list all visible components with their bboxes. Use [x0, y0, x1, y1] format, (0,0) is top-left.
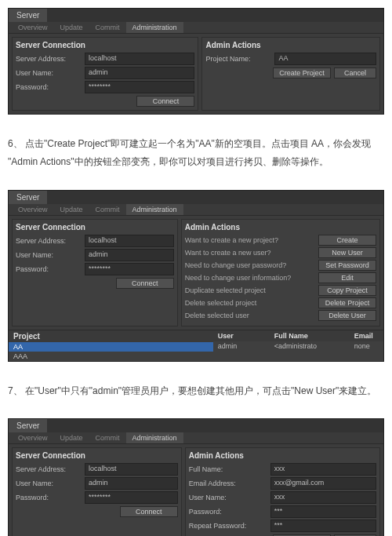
subtab-admin[interactable]: Administration	[126, 22, 183, 33]
username-label: User Name:	[16, 479, 82, 487]
action-label: Want to create a new project?	[185, 236, 315, 244]
subtab-commit[interactable]: Commit	[89, 22, 126, 33]
user-col-email: Email	[350, 330, 383, 341]
password-input[interactable]: ********	[85, 491, 178, 504]
password-input[interactable]: ********	[85, 263, 174, 275]
project-item-aa[interactable]: AA	[9, 342, 213, 352]
subtab-admin[interactable]: Administration	[126, 432, 183, 443]
user-row[interactable]: admin <administrato none	[213, 341, 383, 351]
new-user-button[interactable]: New User	[318, 247, 376, 258]
email-label: Email Address:	[189, 479, 267, 487]
newpass-label: Password:	[189, 508, 267, 516]
delete-project-button[interactable]: Delete Project	[318, 297, 376, 308]
action-label: Need to change user password?	[185, 261, 315, 269]
cancel-button[interactable]: Cancel	[334, 67, 376, 78]
newuser-input[interactable]: xxx	[270, 491, 376, 504]
create-project-button[interactable]: Create Project	[273, 67, 331, 78]
action-label: Delete selected project	[185, 299, 315, 307]
user-col-user: User	[213, 330, 270, 341]
document-text-6: 6、 点击"Create Project"即可建立起一个名为"AA"新的空项目。…	[8, 135, 384, 171]
repeatpass-input[interactable]: ***	[270, 520, 376, 532]
subtab-row: Overview Update Commit Administration	[9, 22, 383, 34]
server-connection-title: Server Connection	[16, 451, 178, 460]
newpass-input[interactable]: ***	[270, 505, 376, 518]
user-cell-user: admin	[213, 341, 270, 351]
action-label: Want to create a new user?	[185, 249, 315, 257]
delete-user-button[interactable]: Delete User	[318, 310, 376, 321]
subtab-update[interactable]: Update	[54, 204, 89, 215]
tab-row: Server	[9, 9, 383, 22]
admin-actions-title: Admin Actions	[205, 41, 376, 49]
user-cell-fullname: <administrato	[270, 341, 350, 351]
password-label: Password:	[16, 494, 82, 501]
user-cell-email: none	[350, 341, 383, 351]
address-label: Server Address:	[16, 55, 82, 63]
admin-actions-title: Admin Actions	[185, 223, 376, 232]
subtab-overview[interactable]: Overview	[12, 204, 54, 215]
fullname-label: Full Name:	[189, 465, 267, 473]
admin-actions-title: Admin Actions	[189, 451, 376, 460]
subtab-update[interactable]: Update	[54, 432, 89, 443]
username-label: User Name:	[16, 251, 82, 259]
action-label: Need to change user information?	[185, 274, 315, 282]
server-panel-3: Server Overview Update Commit Administra…	[8, 418, 384, 536]
server-connection-group: Server Connection Server Address:localho…	[12, 219, 178, 326]
document-text-7: 7、 在"User"中只有"admin"管理员用户，要想创建其他用户，可点击"N…	[8, 382, 384, 400]
subtab-overview[interactable]: Overview	[12, 432, 54, 443]
subtab-admin[interactable]: Administration	[126, 204, 183, 215]
fullname-input[interactable]: xxx	[270, 463, 376, 476]
tab-server[interactable]: Server	[9, 419, 47, 432]
set-password-button[interactable]: Set Password	[318, 260, 376, 271]
admin-actions-group: Admin Actions Full Name:xxx Email Addres…	[185, 447, 380, 536]
address-label: Server Address:	[16, 465, 82, 473]
server-connection-group: Server Connection Server Address:localho…	[12, 447, 182, 536]
action-label: Duplicate selected project	[185, 286, 315, 294]
server-connection-title: Server Connection	[16, 223, 174, 232]
address-input[interactable]: localhost	[85, 235, 174, 247]
address-label: Server Address:	[16, 237, 82, 245]
project-header: Project	[9, 330, 213, 342]
tab-server[interactable]: Server	[9, 9, 47, 22]
admin-actions-group: Admin Actions Project Name:AA Create Pro…	[201, 37, 380, 111]
edit-button[interactable]: Edit	[318, 272, 376, 283]
project-user-section: Project AA AAA User Full Name Email admi…	[9, 330, 383, 361]
address-input[interactable]: localhost	[85, 463, 178, 476]
subtab-overview[interactable]: Overview	[12, 22, 54, 33]
password-label: Password:	[16, 83, 82, 91]
username-label: User Name:	[16, 69, 82, 77]
user-table: User Full Name Email admin <administrato…	[213, 330, 383, 361]
address-input[interactable]: localhost	[85, 53, 194, 65]
password-input[interactable]: ********	[85, 81, 194, 93]
user-col-fullname: Full Name	[270, 330, 350, 341]
admin-actions-group: Admin Actions Want to create a new proje…	[181, 219, 380, 326]
password-label: Password:	[16, 265, 82, 273]
connect-button[interactable]: Connect	[120, 506, 178, 517]
username-input[interactable]: admin	[85, 67, 194, 79]
create-button[interactable]: Create	[318, 235, 376, 246]
server-connection-group: Server Connection Server Address:localho…	[12, 37, 198, 111]
newuser-label: User Name:	[189, 494, 267, 501]
repeatpass-label: Repeat Password:	[189, 522, 267, 530]
action-label: Delete selected user	[185, 312, 315, 319]
server-panel-2: Server Overview Update Commit Administra…	[8, 190, 384, 362]
project-name-input[interactable]: AA	[274, 53, 376, 65]
username-input[interactable]: admin	[85, 249, 174, 261]
connect-button[interactable]: Connect	[136, 96, 194, 107]
subtab-update[interactable]: Update	[54, 22, 89, 33]
connect-button[interactable]: Connect	[116, 278, 174, 289]
copy-project-button[interactable]: Copy Project	[318, 285, 376, 296]
username-input[interactable]: admin	[85, 477, 178, 490]
project-name-label: Project Name:	[205, 55, 271, 63]
panel-body: Server Connection Server Address:localho…	[9, 34, 383, 114]
project-list: Project AA AAA	[9, 330, 213, 361]
subtab-commit[interactable]: Commit	[89, 432, 126, 443]
server-panel-1: Server Overview Update Commit Administra…	[8, 8, 384, 115]
tab-server[interactable]: Server	[9, 191, 47, 204]
subtab-commit[interactable]: Commit	[89, 204, 126, 215]
email-input[interactable]: xxx@gmail.com	[270, 477, 376, 490]
server-connection-title: Server Connection	[16, 41, 194, 49]
project-item-aaa[interactable]: AAA	[9, 352, 213, 361]
